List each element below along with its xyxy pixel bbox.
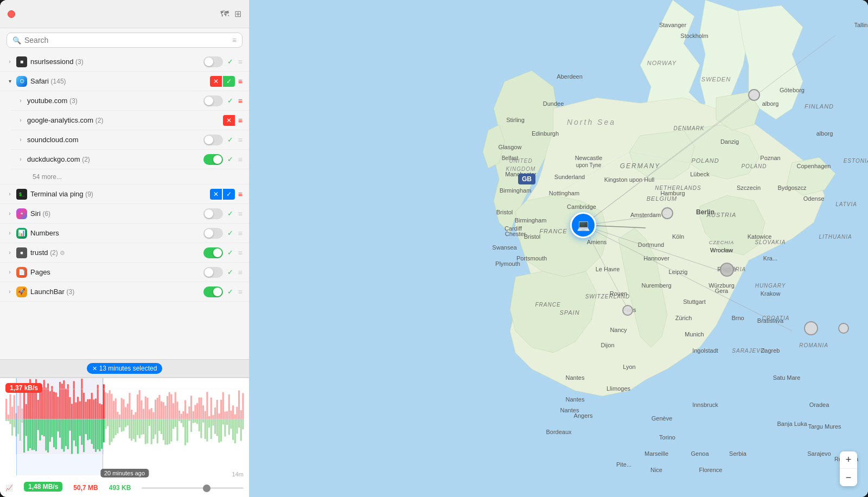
process-name: google-analytics.com (2) <box>27 116 220 124</box>
selection-badge[interactable]: ✕ 13 minutes selected <box>87 363 163 374</box>
map-pin-vienna[interactable] <box>804 321 818 335</box>
map-area: NORWAY SWEDEN UNITED KINGDOM GERMANY POL… <box>250 0 868 497</box>
close-button[interactable] <box>8 10 15 18</box>
toggle-youtube[interactable] <box>203 95 223 106</box>
titlebar: 🗺 ⊞ <box>0 0 249 28</box>
check-icon[interactable]: ✓ <box>226 155 235 163</box>
toggle-siri[interactable] <box>203 208 223 219</box>
chevron-down-icon[interactable]: ▾ <box>7 78 13 84</box>
allow-button[interactable]: ✓ <box>223 189 235 200</box>
map-pin-paris[interactable] <box>622 305 633 316</box>
chevron-right-icon[interactable]: › <box>7 59 13 65</box>
check-icon[interactable]: ✓ <box>226 209 235 218</box>
chevron-right-icon[interactable]: › <box>17 137 24 143</box>
process-list: › ■ nsurlsessiond (3) ✓ ≡ ▾ ⊙ Safari (14… <box>0 52 249 359</box>
process-name: LaunchBar (3) <box>30 288 200 296</box>
chevron-right-icon[interactable]: › <box>17 98 24 104</box>
bars-icon-red: ≡ <box>238 116 242 125</box>
process-name: Pages <box>30 268 200 276</box>
check-icon[interactable]: ✓ <box>226 288 235 296</box>
bars-icon: ≡ <box>238 229 242 238</box>
time-label: 20 minutes ago <box>100 469 149 477</box>
app-icon-pages: 📄 <box>16 267 27 278</box>
chevron-right-icon[interactable]: › <box>7 211 13 216</box>
process-name: Numbers <box>30 229 200 237</box>
toggle-nsurlsessiond[interactable] <box>203 56 223 67</box>
toggle-pages[interactable] <box>203 267 223 278</box>
check-icon[interactable]: ✓ <box>226 229 235 237</box>
slider-thumb[interactable] <box>203 485 210 492</box>
layout-icon[interactable]: ⊞ <box>234 9 241 19</box>
map-pin-amsterdam[interactable] <box>661 207 673 219</box>
app-icon-terminal: $_ <box>16 189 27 200</box>
chevron-right-icon[interactable]: › <box>17 156 24 162</box>
map-icon[interactable]: 🗺 <box>220 9 229 19</box>
btn-group-safari: ✕ ✓ <box>210 76 235 87</box>
check-icon[interactable]: ✓ <box>226 58 235 66</box>
chevron-right-icon[interactable]: › <box>7 230 13 236</box>
map-pin-frankfurt[interactable] <box>720 263 734 277</box>
chevron-right-icon[interactable]: › <box>7 250 13 256</box>
chevron-right-icon[interactable]: › <box>17 117 24 123</box>
bars-icon: ≡ <box>238 58 242 66</box>
process-name: nsurlsessiond (3) <box>30 58 200 66</box>
process-name: Siri (6) <box>30 209 200 218</box>
chart-slider[interactable] <box>142 487 244 489</box>
toggle-soundcloud[interactable] <box>203 135 223 145</box>
search-input-wrap[interactable]: 🔍 ≡ <box>7 33 242 48</box>
process-name: Terminal via ping (9) <box>30 190 207 198</box>
chevron-right-icon[interactable]: › <box>7 269 13 275</box>
search-bar: 🔍 ≡ <box>0 28 249 52</box>
map-background <box>250 0 868 497</box>
allow-button[interactable]: ✓ <box>223 76 235 87</box>
bars-icon-red: ≡ <box>238 77 242 86</box>
filter-icon[interactable]: ≡ <box>232 36 237 44</box>
check-icon[interactable]: ✓ <box>226 268 235 276</box>
block-button[interactable]: ✕ <box>223 115 235 126</box>
btn-group-ga: ✕ <box>223 115 235 126</box>
search-input[interactable] <box>24 36 229 44</box>
total-upload: 50,7 MB <box>73 484 98 492</box>
zoom-out-button[interactable]: − <box>840 469 857 486</box>
download-speed: 1,48 MB/s <box>24 482 62 492</box>
map-pin-bratislava[interactable] <box>838 323 849 334</box>
list-item: › youtube.com (3) ✓ ≡ <box>11 91 249 111</box>
chart-stats: 1,37 kB/s <box>5 383 42 395</box>
chart-icon[interactable]: 📈 <box>5 485 13 492</box>
list-item: › soundcloud.com ✓ ≡ <box>11 130 249 150</box>
bars-icon: ≡ <box>238 288 242 296</box>
app-icon-nsurlsessiond: ■ <box>16 56 27 67</box>
check-icon[interactable]: ✓ <box>226 248 235 257</box>
chevron-right-icon[interactable]: › <box>7 191 13 197</box>
sidebar: 🗺 ⊞ 🔍 ≡ › ■ nsurlsessiond (3) ✓ ≡ ▾ ⊙ Sa… <box>0 0 250 497</box>
app-icon-numbers: 📊 <box>16 228 27 239</box>
block-button[interactable]: ✕ <box>210 189 222 200</box>
toggle-numbers[interactable] <box>203 228 223 239</box>
bars-icon-red: ≡ <box>238 97 242 105</box>
total-download: 493 KB <box>109 484 131 492</box>
check-icon[interactable]: ✓ <box>226 97 235 105</box>
list-item: › 📄 Pages ✓ ≡ <box>0 263 249 282</box>
more-link[interactable]: 54 more... <box>0 169 249 184</box>
process-name: trustd (2) ⚙ <box>30 248 200 257</box>
btn-group-terminal: ✕ ✓ <box>210 189 235 200</box>
selection-bar: ✕ 13 minutes selected <box>0 359 249 378</box>
list-item: › duckduckgo.com (2) ✓ ≡ <box>11 150 249 169</box>
list-item: › $_ Terminal via ping (9) ✕ ✓ ≡ <box>0 184 249 204</box>
app-icon-trustd: ■ <box>16 247 27 258</box>
bars-icon-red: ≡ <box>238 190 242 199</box>
chart-area: 1,37 kB/s 20 minutes ago 14m 📈 1,48 MB/s… <box>0 378 249 497</box>
toggle-launchbar[interactable] <box>203 286 223 297</box>
chevron-right-icon[interactable]: › <box>7 289 13 295</box>
list-item: › ⚬ Siri (6) ✓ ≡ <box>0 204 249 224</box>
zoom-in-button[interactable]: + <box>840 451 857 469</box>
block-button[interactable]: ✕ <box>210 76 222 87</box>
process-name: Safari (145) <box>30 77 207 85</box>
map-pin-device[interactable]: 💻 <box>570 212 596 238</box>
check-icon[interactable]: ✓ <box>226 136 235 144</box>
process-name: duckduckgo.com (2) <box>27 155 200 163</box>
toggle-trustd[interactable] <box>203 247 223 258</box>
toggle-duckduckgo[interactable] <box>203 154 223 165</box>
map-pin-goteborg[interactable] <box>748 89 760 101</box>
search-icon: 🔍 <box>12 36 21 44</box>
